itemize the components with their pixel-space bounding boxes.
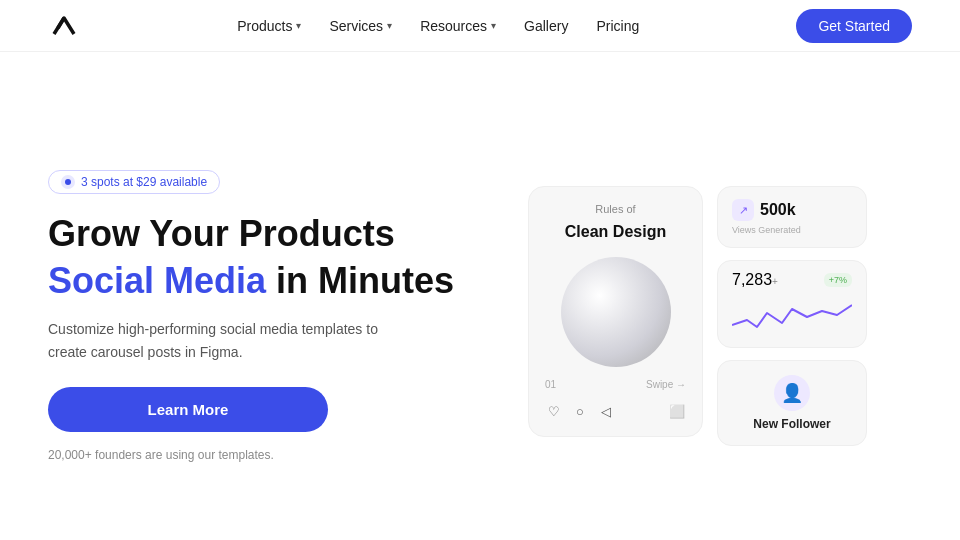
share-icon[interactable]: ◁ xyxy=(597,402,615,420)
post-card-actions: ♡ ○ ◁ ⬜ xyxy=(545,402,686,420)
follower-label: New Follower xyxy=(753,417,830,431)
badge-dot-icon xyxy=(61,175,75,189)
post-card-image xyxy=(561,257,671,367)
hero-right: Rules of Clean Design 01 Swipe → ♡ ○ ◁ ⬜ xyxy=(528,186,867,446)
post-card-footer: 01 Swipe → xyxy=(545,379,686,390)
hero-highlight: Social Media xyxy=(48,260,266,301)
post-card-title: Clean Design xyxy=(545,223,686,241)
get-started-button[interactable]: Get Started xyxy=(796,9,912,43)
trending-icon: ↗ xyxy=(732,199,754,221)
heart-icon[interactable]: ♡ xyxy=(545,402,563,420)
hero-title-line2: Social Media in Minutes xyxy=(48,259,468,302)
post-card: Rules of Clean Design 01 Swipe → ♡ ○ ◁ ⬜ xyxy=(528,186,703,437)
hero-title-rest: in Minutes xyxy=(266,260,454,301)
badge-text: 3 spots at $29 available xyxy=(81,175,207,189)
chart-svg xyxy=(732,295,852,335)
social-proof: 20,000+ founders are using our templates… xyxy=(48,448,468,462)
follower-widget: 👤 New Follower xyxy=(717,360,867,446)
right-widgets: ↗ 500k Views Generated 7,283+ +7% xyxy=(717,186,867,446)
nav-links: Products ▾ Services ▾ Resources ▾ Galler… xyxy=(237,18,639,34)
stats-widget: ↗ 500k Views Generated xyxy=(717,186,867,248)
action-icons: ♡ ○ ◁ xyxy=(545,402,615,420)
nav-products[interactable]: Products ▾ xyxy=(237,18,301,34)
nav-resources[interactable]: Resources ▾ xyxy=(420,18,496,34)
hero-left: 3 spots at $29 available Grow Your Produ… xyxy=(48,170,468,462)
chevron-down-icon: ▾ xyxy=(491,20,496,31)
post-card-subtitle: Rules of xyxy=(545,203,686,215)
stat-label: Views Generated xyxy=(732,225,852,235)
chevron-down-icon: ▾ xyxy=(296,20,301,31)
chart-value-suffix: + xyxy=(772,276,778,287)
bookmark-icon[interactable]: ⬜ xyxy=(668,402,686,420)
comment-icon[interactable]: ○ xyxy=(571,402,589,420)
chart-value: 7,283+ xyxy=(732,271,778,289)
nav-services[interactable]: Services ▾ xyxy=(329,18,392,34)
hero-title-line1: Grow Your Products xyxy=(48,212,468,255)
navbar: Products ▾ Services ▾ Resources ▾ Galler… xyxy=(0,0,960,52)
slide-number: 01 xyxy=(545,379,556,390)
logo xyxy=(48,10,80,42)
badge: 3 spots at $29 available xyxy=(48,170,220,194)
stat-value: 500k xyxy=(760,201,796,219)
hero-description: Customize high-performing social media t… xyxy=(48,318,388,363)
hero-section: 3 spots at $29 available Grow Your Produ… xyxy=(0,52,960,540)
nav-gallery[interactable]: Gallery xyxy=(524,18,568,34)
chevron-down-icon: ▾ xyxy=(387,20,392,31)
nav-pricing[interactable]: Pricing xyxy=(596,18,639,34)
chart-badge: +7% xyxy=(824,273,852,287)
stat-top: ↗ 500k xyxy=(732,199,852,221)
chart-widget: 7,283+ +7% xyxy=(717,260,867,348)
learn-more-button[interactable]: Learn More xyxy=(48,387,328,432)
follower-avatar: 👤 xyxy=(774,375,810,411)
chart-header: 7,283+ +7% xyxy=(732,271,852,289)
swipe-label: Swipe → xyxy=(646,379,686,390)
